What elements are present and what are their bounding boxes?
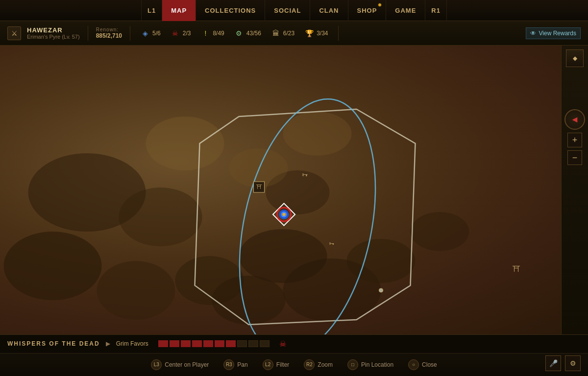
cellar-value: 43/56	[246, 30, 261, 37]
whispers-title: WHISPERS OF THE DEAD	[7, 340, 100, 347]
favor-bar	[158, 340, 270, 347]
event-value: 3/34	[317, 30, 328, 37]
view-rewards-button[interactable]: 👁 View Rewards	[526, 27, 581, 39]
map-area[interactable]: ⛩ 🗝 🗝 ⛩ 🐾 ◈	[0, 46, 588, 334]
nav-key-r1[interactable]: R1	[425, 0, 447, 21]
favor-segment-6	[215, 340, 224, 347]
svg-point-10	[266, 170, 330, 214]
region-icon: ⚔	[7, 26, 21, 40]
info-bar: ⚔ HAWEZAR Eriman's Pyre (Lv. 57) Renown:…	[0, 21, 588, 46]
compass-arrow-icon: ◄	[570, 115, 579, 125]
quest-value: 8/49	[213, 30, 224, 37]
zoom-in-button[interactable]: +	[567, 133, 582, 147]
region-name: HAWEZAR	[27, 26, 80, 34]
r3-key: R3	[223, 359, 234, 370]
game-tab-label: GAME	[395, 7, 416, 14]
pin-location-control[interactable]: □ Pin Location	[347, 359, 393, 370]
zoom-out-button[interactable]: −	[567, 150, 582, 165]
square-key: □	[347, 359, 358, 370]
collections-tab-label: COLLECTIONS	[205, 7, 256, 14]
whispers-skull-icon: ☠	[279, 339, 286, 349]
svg-text:🗝: 🗝	[329, 240, 334, 246]
social-tab-label: SOCIAL	[274, 7, 301, 14]
nav-tab-shop[interactable]: SHOP	[348, 0, 387, 21]
bottom-bar: WHISPERS OF THE DEAD ▶ Grim Favors ☠ L3 …	[0, 334, 588, 376]
microphone-button[interactable]: 🎤	[545, 355, 561, 371]
waypoint-value: 5/6	[152, 30, 161, 37]
pan-label: Pan	[237, 361, 247, 368]
map-tab-label: MAP	[171, 7, 187, 14]
rewards-icon: 👁	[530, 30, 536, 37]
whispers-subtitle: Grim Favors	[116, 340, 148, 347]
quest-icon: !	[200, 28, 210, 38]
favor-segment-1	[158, 340, 168, 347]
svg-text:⛩: ⛩	[256, 184, 262, 190]
svg-rect-25	[273, 203, 295, 225]
favor-segment-5	[203, 340, 213, 347]
region-sublocation: Eriman's Pyre (Lv. 57)	[27, 34, 80, 40]
svg-point-22	[379, 288, 383, 292]
center-on-player-control[interactable]: L3 Center on Player	[151, 359, 209, 370]
renown-value: 885/2,710	[96, 32, 122, 39]
compass-button[interactable]: ◄	[564, 109, 585, 130]
settings-icon: ⚙	[570, 359, 576, 367]
plus-icon: +	[572, 135, 578, 145]
pin-label: Pin Location	[361, 361, 393, 368]
top-navigation: L1 MAP COLLECTIONS SOCIAL CLAN SHOP GAME…	[0, 0, 588, 21]
event-icon: 🏆	[304, 28, 314, 38]
nav-tab-map[interactable]: MAP	[162, 0, 196, 21]
svg-point-3	[175, 256, 244, 305]
favor-segment-7	[226, 340, 236, 347]
whispers-arrow-icon: ▶	[106, 340, 110, 347]
svg-point-11	[146, 117, 224, 170]
svg-point-12	[229, 148, 288, 188]
favor-segment-8	[237, 340, 247, 347]
nav-tab-collections[interactable]: COLLECTIONS	[196, 0, 265, 21]
close-label: Close	[422, 361, 437, 368]
svg-text:◈: ◈	[380, 288, 384, 293]
renown-label: Renown:	[96, 27, 119, 32]
dungeon-value: 2/3	[183, 30, 191, 37]
bottom-right-controls: 🎤 ⚙	[545, 355, 581, 371]
stat-quests: ! 8/49	[200, 28, 224, 38]
region-info: HAWEZAR Eriman's Pyre (Lv. 57)	[27, 26, 80, 40]
stat-bosses: 🏛 6/23	[271, 28, 294, 38]
map-background: ⛩ 🗝 🗝 ⛩ 🐾 ◈	[0, 46, 588, 334]
l2-key: L2	[263, 359, 273, 370]
filter-label: Filter	[276, 361, 290, 368]
pan-control[interactable]: R3 Pan	[223, 359, 247, 370]
circle-key: ○	[408, 359, 419, 370]
stat-dungeons: ☠ 2/3	[171, 28, 191, 38]
center-player-label: Center on Player	[165, 361, 209, 368]
nav-tab-game[interactable]: GAME	[386, 0, 425, 21]
boss-value: 6/23	[283, 30, 294, 37]
close-control[interactable]: ○ Close	[408, 359, 437, 370]
divider	[88, 26, 88, 41]
favor-segment-2	[170, 340, 179, 347]
svg-point-4	[239, 229, 327, 283]
whispers-bar: WHISPERS OF THE DEAD ▶ Grim Favors ☠	[0, 335, 588, 353]
favor-segment-3	[181, 340, 191, 347]
settings-button[interactable]: ⚙	[565, 355, 581, 371]
svg-text:⛩: ⛩	[513, 265, 520, 273]
nav-key-l1[interactable]: L1	[141, 0, 162, 21]
divider3	[338, 26, 339, 41]
svg-point-6	[347, 239, 416, 283]
r1-key-label: R1	[431, 7, 441, 14]
svg-text:🗝: 🗝	[302, 171, 308, 178]
svg-point-5	[283, 258, 381, 322]
zoom-control[interactable]: R2 Zoom	[304, 359, 333, 370]
map-controls-panel: ◆ ◄ + −	[561, 46, 588, 334]
nav-tab-social[interactable]: SOCIAL	[265, 0, 310, 21]
filter-control[interactable]: L2 Filter	[263, 359, 290, 370]
dungeon-icon: ☠	[171, 28, 180, 38]
svg-marker-14	[195, 109, 416, 325]
svg-point-2	[97, 261, 175, 320]
mic-icon: 🎤	[549, 359, 558, 367]
expand-map-button[interactable]: ◆	[566, 49, 584, 67]
divider2	[130, 26, 130, 41]
stat-waypoints: ◈ 5/6	[140, 28, 161, 38]
nav-tab-clan[interactable]: CLAN	[310, 0, 348, 21]
svg-point-26	[277, 208, 291, 221]
shop-tab-label: SHOP	[357, 7, 377, 14]
